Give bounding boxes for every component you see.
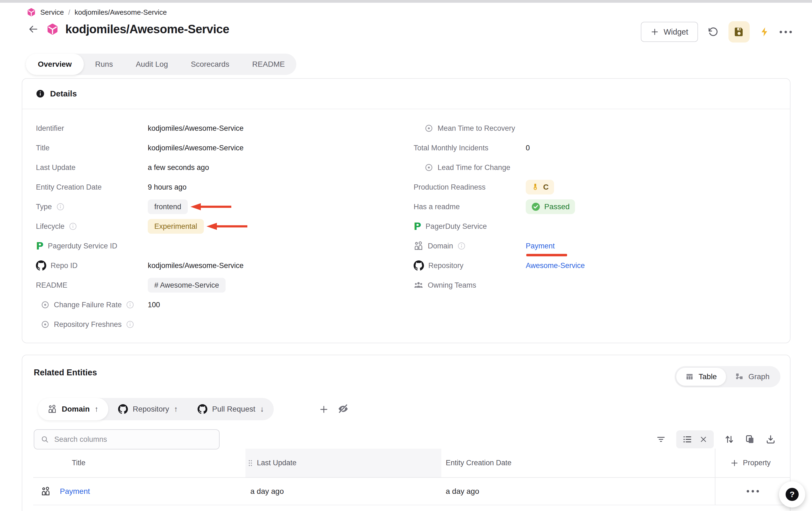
relation-tab-pull-request[interactable]: Pull Request ↓ bbox=[188, 398, 274, 420]
detail-row-repository-freshness: Repository Freshnes bbox=[36, 315, 414, 334]
users-group-icon bbox=[41, 486, 51, 496]
github-octocat-icon bbox=[36, 261, 46, 271]
relation-tab-label: Domain bbox=[62, 405, 90, 413]
readme-chip[interactable]: # Awesome-Service bbox=[148, 278, 226, 293]
type-chip: frontend bbox=[148, 199, 188, 214]
has-readme-badge: Passed bbox=[526, 199, 575, 214]
detail-label: Domain bbox=[428, 242, 453, 250]
tab-scorecards[interactable]: Scorecards bbox=[179, 54, 241, 75]
domain-link[interactable]: Payment bbox=[526, 242, 555, 250]
undo-button[interactable] bbox=[708, 26, 719, 37]
users-group-icon bbox=[48, 404, 57, 414]
view-toggle-graph[interactable]: Graph bbox=[726, 368, 779, 386]
tab-overview[interactable]: Overview bbox=[26, 54, 84, 75]
floppy-save-icon bbox=[733, 26, 745, 37]
column-header-label: Last Update bbox=[257, 459, 297, 467]
table-view-icon bbox=[686, 373, 694, 381]
related-entities-title: Related Entities bbox=[34, 368, 97, 378]
group-by-control bbox=[676, 430, 714, 448]
row-entity-creation-date-cell: a day ago bbox=[441, 478, 715, 505]
production-readiness-badge: C bbox=[526, 180, 554, 194]
relation-tabs: Domain ↑ Repository ↑ Pull Request ↓ bbox=[38, 398, 274, 420]
save-button[interactable] bbox=[728, 21, 750, 43]
info-circle-icon[interactable] bbox=[126, 301, 134, 309]
help-button[interactable]: ? bbox=[779, 481, 805, 508]
detail-row-lead-time-for-change: Lead Time for Change bbox=[414, 158, 585, 177]
add-widget-button[interactable]: Widget bbox=[641, 22, 698, 42]
total-monthly-incidents-value: 0 bbox=[526, 144, 530, 152]
repository-link[interactable]: Awesome-Service bbox=[526, 262, 585, 270]
detail-label: PagerDuty Service bbox=[426, 222, 487, 231]
row-entity-link[interactable]: Payment bbox=[60, 487, 90, 496]
detail-row-pagerduty-service-id: P Pagerduty Service ID bbox=[36, 236, 414, 256]
target-metric-icon bbox=[425, 163, 433, 172]
add-relation-button[interactable] bbox=[316, 405, 331, 414]
view-toggle-graph-label: Graph bbox=[748, 372, 770, 381]
row-menu-button[interactable] bbox=[715, 478, 790, 505]
question-mark-icon: ? bbox=[786, 488, 799, 501]
detail-row-readme: README # Awesome-Service bbox=[36, 275, 414, 295]
pagerduty-p-icon: P bbox=[36, 241, 44, 251]
detail-row-total-monthly-incidents: Total Monthly Incidents 0 bbox=[414, 138, 585, 158]
relation-tab-repository[interactable]: Repository ↑ bbox=[108, 398, 188, 420]
view-toggle-table[interactable]: Table bbox=[676, 368, 726, 386]
close-icon[interactable] bbox=[700, 435, 707, 443]
back-button[interactable] bbox=[27, 23, 40, 36]
detail-row-mttr: Mean Time to Recovery bbox=[414, 118, 585, 138]
details-right-column: Mean Time to Recovery Total Monthly Inci… bbox=[414, 118, 585, 343]
target-metric-icon bbox=[41, 320, 50, 329]
detail-label: Lifecycle bbox=[36, 222, 64, 231]
detail-row-repository: Repository Awesome-Service bbox=[414, 256, 585, 275]
breadcrumb-root[interactable]: Service bbox=[40, 8, 64, 17]
column-header-title[interactable]: Title bbox=[33, 449, 245, 477]
sort-arrows-icon bbox=[724, 434, 734, 445]
header-actions: Widget bbox=[641, 21, 792, 43]
info-circle-icon[interactable] bbox=[69, 222, 77, 231]
port-cube-icon bbox=[27, 8, 36, 17]
detail-row-last-update: Last Update a few seconds ago bbox=[36, 158, 414, 177]
plus-icon bbox=[319, 405, 328, 414]
sort-button[interactable] bbox=[724, 434, 734, 445]
relation-tab-domain[interactable]: Domain ↑ bbox=[38, 398, 108, 420]
add-property-button[interactable]: Property bbox=[715, 449, 790, 477]
detail-label: Type bbox=[36, 203, 52, 211]
direction-up-icon: ↑ bbox=[174, 405, 178, 413]
check-circle-icon bbox=[531, 202, 541, 211]
list-icon[interactable] bbox=[683, 435, 692, 444]
more-options-button[interactable] bbox=[780, 31, 792, 33]
github-octocat-icon bbox=[118, 404, 128, 414]
detail-label: Change Failure Rate bbox=[54, 301, 122, 309]
detail-row-repo-id: Repo ID kodjomiles/Awesome-Service bbox=[36, 256, 414, 275]
production-readiness-grade: C bbox=[543, 183, 549, 191]
detail-row-title: Title kodjomiles/Awesome-Service bbox=[36, 138, 414, 158]
column-header-last-update[interactable]: Last Update bbox=[245, 449, 441, 477]
search-columns-input[interactable] bbox=[54, 435, 212, 444]
hidden-relations-button[interactable] bbox=[338, 403, 349, 416]
change-failure-rate-value: 100 bbox=[148, 301, 160, 309]
relation-tab-label: Pull Request bbox=[212, 405, 256, 413]
download-button[interactable] bbox=[765, 434, 776, 445]
tab-audit-log[interactable]: Audit Log bbox=[124, 54, 179, 75]
github-octocat-icon bbox=[198, 404, 207, 414]
tab-runs[interactable]: Runs bbox=[84, 54, 124, 75]
lightning-bolt-icon bbox=[759, 27, 770, 37]
breadcrumb: Service / kodjomiles/Awesome-Service bbox=[27, 8, 167, 17]
window-top-strip bbox=[0, 0, 812, 3]
tab-readme[interactable]: README bbox=[241, 54, 296, 75]
info-circle-icon[interactable] bbox=[126, 320, 134, 328]
drag-dots-icon[interactable] bbox=[247, 459, 254, 467]
view-toggle-table-label: Table bbox=[698, 372, 717, 381]
detail-label: Pagerduty Service ID bbox=[48, 242, 117, 250]
copy-button[interactable] bbox=[745, 434, 755, 445]
add-property-label: Property bbox=[743, 459, 771, 467]
relation-tab-label: Repository bbox=[133, 405, 169, 413]
detail-row-production-readiness: Production Readiness C bbox=[414, 177, 585, 197]
gold-medal-icon bbox=[531, 183, 539, 191]
detail-label: Production Readiness bbox=[414, 183, 486, 191]
column-header-entity-creation-date[interactable]: Entity Creation Date bbox=[441, 449, 715, 477]
info-circle-icon[interactable] bbox=[56, 203, 64, 211]
filter-button[interactable] bbox=[656, 434, 666, 444]
info-circle-icon[interactable] bbox=[458, 242, 466, 250]
detail-label: Has a readme bbox=[414, 203, 460, 211]
ai-actions-button[interactable] bbox=[759, 27, 770, 37]
